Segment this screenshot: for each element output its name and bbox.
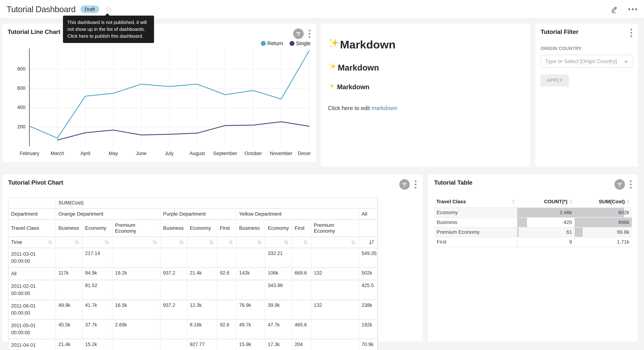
filter-indicator-icon[interactable] xyxy=(399,179,410,190)
col-header-count[interactable]: COUNT(*) xyxy=(517,197,574,208)
markdown-edit-link[interactable]: markdown xyxy=(372,105,398,111)
pivot-class-header[interactable]: Business xyxy=(160,220,187,237)
table-kebab-icon[interactable] xyxy=(630,180,632,189)
pivot-cell: 39.9k xyxy=(265,300,292,320)
pivot-sort-icon[interactable] xyxy=(217,237,236,248)
pivot-department-label: Department xyxy=(8,209,56,220)
pivot-cell: 92.6 xyxy=(217,320,236,340)
pivot-sort-icon[interactable] xyxy=(311,237,359,248)
filter-panel-title: Tutorial Filter xyxy=(540,28,578,35)
pivot-row-label: 2011-03-01 00:00:00 xyxy=(8,248,56,268)
cell-travel-class: Economy xyxy=(434,208,517,218)
pivot-table: SUM(Cost)DepartmentOrange DepartmentPurp… xyxy=(8,197,378,350)
origin-country-label: ORIGIN COUNTRY xyxy=(540,46,632,51)
pivot-cell: 142k xyxy=(236,268,265,280)
pivot-sort-icon[interactable] xyxy=(265,237,292,248)
pivot-cell xyxy=(160,248,187,268)
pivot-sort-icon-active[interactable] xyxy=(359,237,378,248)
table-row[interactable]: Economy2.46k602k xyxy=(434,208,632,218)
legend-item-return[interactable]: Return xyxy=(261,40,283,46)
pivot-row: 2011-06-01 00:00:0049.9k41.7k16.5k937.21… xyxy=(8,300,378,320)
edit-icon[interactable] xyxy=(610,5,618,14)
table-row[interactable]: First91.71k xyxy=(434,237,632,247)
pivot-cell xyxy=(160,280,187,300)
pivot-cell xyxy=(217,300,236,320)
chart-kebab-icon[interactable] xyxy=(308,30,310,38)
pivot-cell xyxy=(311,320,359,340)
col-header-sum-cost[interactable]: SUM(Cost) xyxy=(574,197,632,208)
pivot-class-header[interactable]: Premium Economy xyxy=(112,220,160,237)
tutorial-table: Travel ClassCOUNT(*)SUM(Cost)Economy2.46… xyxy=(434,197,632,247)
table-row[interactable]: Business420696k xyxy=(434,218,632,227)
filter-kebab-icon[interactable] xyxy=(630,28,632,37)
apply-button[interactable]: APPLY xyxy=(540,74,569,86)
pivot-sort-icon[interactable] xyxy=(187,237,217,248)
pivot-sort-icon[interactable] xyxy=(82,237,112,248)
sparkles-icon xyxy=(328,62,337,73)
pivot-cell: 117k xyxy=(56,268,82,280)
cell-travel-class: Business xyxy=(434,218,517,227)
pivot-sort-icon[interactable] xyxy=(112,237,160,248)
filter-panel: Tutorial Filter ORIGIN COUNTRY Type or S… xyxy=(535,24,638,167)
origin-country-select[interactable]: Type or Select [Origin Country] xyxy=(540,55,632,68)
col-header-travel-class[interactable]: Travel Class xyxy=(434,197,517,208)
pivot-all-header[interactable]: All xyxy=(359,209,378,220)
chevron-down-icon xyxy=(624,61,628,63)
pivot-cell xyxy=(112,280,160,300)
pivot-sort-icon[interactable] xyxy=(56,237,82,248)
cell-travel-class: First xyxy=(434,237,517,247)
cell-travel-class: Premium Economy xyxy=(434,227,517,237)
pivot-row: 2011-05-01 00:00:0045.5k37.7k2.69k8.16k9… xyxy=(8,320,378,340)
sparkles-icon xyxy=(328,83,335,91)
pivot-sort-icon[interactable] xyxy=(292,237,311,248)
favorite-star-icon[interactable]: ☆ xyxy=(105,5,112,13)
pivot-cell: 204 xyxy=(292,340,311,350)
pivot-row-label: 2011-06-01 00:00:00 xyxy=(8,300,56,320)
filter-indicator-icon[interactable] xyxy=(293,28,304,39)
pivot-sort-icon[interactable] xyxy=(160,237,187,248)
pivot-class-header[interactable]: Premium Economy xyxy=(311,220,359,237)
svg-text:December: December xyxy=(298,151,310,156)
pivot-cell xyxy=(236,280,265,300)
pivot-department-header[interactable]: Yellow Department xyxy=(236,209,359,220)
pivot-cell xyxy=(217,248,236,268)
line-chart[interactable]: 200400600800FebruaryMarchAprilMayJuneJul… xyxy=(8,48,310,161)
pivot-class-header[interactable]: Economy xyxy=(82,220,112,237)
pivot-class-header[interactable]: Economy xyxy=(187,220,217,237)
pivot-cell xyxy=(160,340,187,350)
svg-text:June: June xyxy=(136,151,147,156)
value-bar xyxy=(574,208,624,217)
pivot-cell: 343.98 xyxy=(265,280,292,300)
more-menu-icon[interactable] xyxy=(628,8,638,10)
line-chart-panel: Tutorial Line Chart ReturnSingle 2004006… xyxy=(2,24,316,162)
pivot-time-label[interactable]: Time xyxy=(8,237,56,248)
pivot-class-header[interactable]: First xyxy=(292,220,311,237)
pivot-cell xyxy=(217,340,236,350)
pivot-cell: 21.4k xyxy=(56,340,82,350)
pivot-class-header[interactable]: Business xyxy=(236,220,265,237)
filter-indicator-icon[interactable] xyxy=(614,179,625,190)
value-bar xyxy=(517,218,527,227)
pivot-cell xyxy=(56,248,82,268)
cell-sum: 99.8k xyxy=(574,227,632,237)
svg-text:October: October xyxy=(244,151,262,156)
publish-tooltip[interactable]: This dashboard is not published, it will… xyxy=(63,16,154,43)
pivot-class-header[interactable]: First xyxy=(217,220,236,237)
legend-item-single[interactable]: Single xyxy=(290,40,310,46)
cell-sum: 696k xyxy=(574,218,632,227)
pivot-kebab-icon[interactable] xyxy=(414,180,417,189)
table-row[interactable]: Premium Economy6199.8k xyxy=(434,227,632,237)
cell-count: 9 xyxy=(517,237,574,247)
pivot-row: 2011-04-01 00:00:0021.4k15.2k927.7715.9k… xyxy=(8,340,378,350)
pivot-sort-icon[interactable] xyxy=(236,237,265,248)
pivot-metric-header: SUM(Cost) xyxy=(56,198,378,209)
svg-text:600: 600 xyxy=(17,86,26,91)
pivot-department-header[interactable]: Orange Department xyxy=(56,209,160,220)
pivot-department-header[interactable]: Purple Department xyxy=(160,209,236,220)
pivot-class-header[interactable]: Business xyxy=(56,220,82,237)
draft-badge[interactable]: Draft xyxy=(80,6,99,13)
pivot-class-label: Travel Class xyxy=(8,220,56,237)
svg-text:March: March xyxy=(50,151,64,156)
pivot-class-header[interactable]: Economy xyxy=(265,220,292,237)
pivot-cell: 238k xyxy=(359,300,378,320)
